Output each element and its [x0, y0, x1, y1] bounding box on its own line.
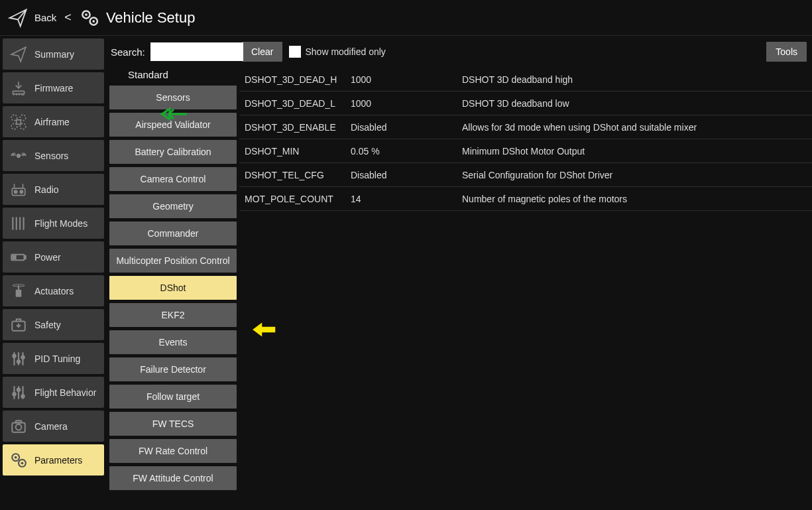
sidebar-item-safety[interactable]: Safety [3, 309, 104, 340]
category-item[interactable]: Battery Calibration [109, 140, 237, 164]
svg-rect-9 [17, 119, 21, 124]
app-header: Back < Vehicle Setup [0, 0, 812, 36]
sidebar: Summary Firmware Airframe [0, 36, 107, 510]
sidebar-item-label: Summary [34, 49, 74, 60]
show-modified-checkbox[interactable]: Show modified only [289, 46, 385, 58]
sidebar-item-camera[interactable]: Camera [3, 411, 104, 442]
show-modified-label: Show modified only [305, 46, 385, 57]
param-description: DSHOT 3D deadband low [462, 98, 812, 109]
param-name: DSHOT_3D_DEAD_L [245, 98, 351, 109]
sidebar-item-parameters[interactable]: Parameters [3, 444, 104, 476]
param-name: DSHOT_3D_ENABLE [245, 122, 351, 133]
svg-rect-4 [13, 91, 24, 94]
category-item[interactable]: Sensors [109, 86, 237, 109]
clear-button[interactable]: Clear [242, 42, 282, 62]
toolbar: Clear Show modified only Tools [239, 36, 812, 68]
svg-point-10 [17, 154, 20, 157]
category-item[interactable]: Commander [109, 222, 237, 245]
sidebar-item-label: Actuators [34, 286, 74, 296]
parameter-row[interactable]: DSHOT_TEL_CFGDisabledSerial Configuratio… [239, 163, 812, 187]
param-description: DSHOT 3D deadband high [462, 74, 812, 85]
sidebar-item-label: Sensors [34, 151, 68, 161]
category-item[interactable]: Multicopter Position Control [109, 249, 237, 273]
parameter-row[interactable]: DSHOT_3D_ENABLEDisabledAllows for 3d mod… [239, 115, 812, 139]
svg-point-23 [21, 355, 24, 358]
svg-point-22 [17, 360, 20, 363]
chip-download-icon [8, 78, 29, 99]
category-item[interactable]: FW TECS [109, 412, 237, 436]
category-item[interactable]: EKF2 [109, 303, 237, 327]
checkbox-icon [289, 46, 301, 58]
category-group-header[interactable]: Standard [109, 65, 237, 86]
sidebar-item-flight-behavior[interactable]: Flight Behavior [3, 377, 104, 408]
param-value: 1000 [351, 98, 462, 109]
flight-modes-icon [8, 213, 29, 234]
sidebar-item-label: Firmware [34, 83, 73, 94]
svg-point-3 [92, 20, 95, 23]
paper-plane-icon [8, 8, 28, 28]
camera-icon [8, 416, 29, 437]
svg-point-24 [13, 393, 15, 395]
motor-icon [8, 281, 29, 302]
search-input[interactable] [150, 42, 243, 61]
content-panel: Clear Show modified only Tools DSHOT_3D_… [239, 36, 812, 510]
param-description: Allows for 3d mode when using DShot and … [462, 122, 812, 133]
quadcopter-icon [8, 111, 29, 133]
category-item[interactable]: Failure Detector [109, 357, 237, 381]
sidebar-item-label: Camera [34, 421, 68, 432]
svg-point-12 [15, 190, 17, 193]
first-aid-icon [8, 314, 29, 336]
category-item[interactable]: FW Rate Control [109, 439, 237, 463]
back-button[interactable]: Back [34, 12, 56, 23]
category-item[interactable]: FW Attitude Control [109, 466, 237, 490]
svg-rect-15 [25, 255, 26, 258]
parameter-table: DSHOT_3D_DEAD_H1000DSHOT 3D deadband hig… [239, 68, 812, 211]
category-item[interactable]: DShot [109, 276, 237, 300]
category-item[interactable]: Airspeed Validator [109, 113, 237, 137]
sidebar-item-radio[interactable]: Radio [3, 174, 104, 205]
radio-transmitter-icon [8, 179, 29, 200]
category-item[interactable]: Events [109, 330, 237, 354]
sliders-icon [8, 348, 29, 369]
sidebar-item-firmware[interactable]: Firmware [3, 72, 104, 103]
svg-point-28 [16, 424, 22, 430]
sidebar-item-sensors[interactable]: Sensors [3, 140, 104, 171]
svg-point-25 [17, 388, 20, 391]
sidebar-item-summary[interactable]: Summary [3, 38, 104, 70]
param-name: MOT_POLE_COUNT [245, 194, 351, 204]
svg-rect-18 [18, 285, 19, 290]
parameter-row[interactable]: DSHOT_3D_DEAD_L1000DSHOT 3D deadband low [239, 92, 812, 115]
category-item[interactable]: Camera Control [109, 167, 237, 191]
svg-rect-16 [13, 255, 15, 258]
svg-point-26 [21, 395, 24, 397]
sidebar-item-label: Power [34, 252, 61, 263]
svg-point-1 [85, 13, 87, 16]
parameter-row[interactable]: DSHOT_MIN0.05 %Minimum DShot Motor Outpu… [239, 139, 812, 163]
sidebar-item-label: Flight Modes [34, 218, 87, 229]
svg-point-31 [15, 456, 17, 458]
tools-button[interactable]: Tools [766, 42, 807, 62]
category-item[interactable]: Geometry [109, 194, 237, 218]
svg-rect-29 [16, 420, 22, 422]
parameter-row[interactable]: MOT_POLE_COUNT14Number of magnetic poles… [239, 187, 812, 211]
sidebar-item-flight-modes[interactable]: Flight Modes [3, 208, 104, 239]
sidebar-item-pid-tuning[interactable]: PID Tuning [3, 343, 104, 374]
param-description: Serial Configuration for DShot Driver [462, 170, 812, 180]
sliders-icon [8, 382, 29, 403]
svg-rect-17 [16, 289, 22, 296]
waves-icon [8, 145, 29, 166]
sidebar-item-label: Radio [34, 184, 59, 195]
param-value: Disabled [351, 170, 462, 180]
param-value: 0.05 % [351, 146, 462, 157]
sidebar-item-label: Parameters [34, 455, 82, 466]
sidebar-item-label: Flight Behavior [34, 387, 96, 398]
breadcrumb-separator: < [64, 11, 72, 25]
sidebar-item-actuators[interactable]: Actuators [3, 275, 104, 306]
search-label: Search: [111, 46, 145, 58]
category-item[interactable]: Follow target [109, 385, 237, 409]
sidebar-item-airframe[interactable]: Airframe [3, 106, 104, 137]
sidebar-item-label: Airframe [34, 117, 70, 127]
sidebar-item-power[interactable]: Power [3, 241, 104, 273]
parameter-row[interactable]: DSHOT_3D_DEAD_H1000DSHOT 3D deadband hig… [239, 68, 812, 92]
param-name: DSHOT_MIN [245, 146, 351, 157]
